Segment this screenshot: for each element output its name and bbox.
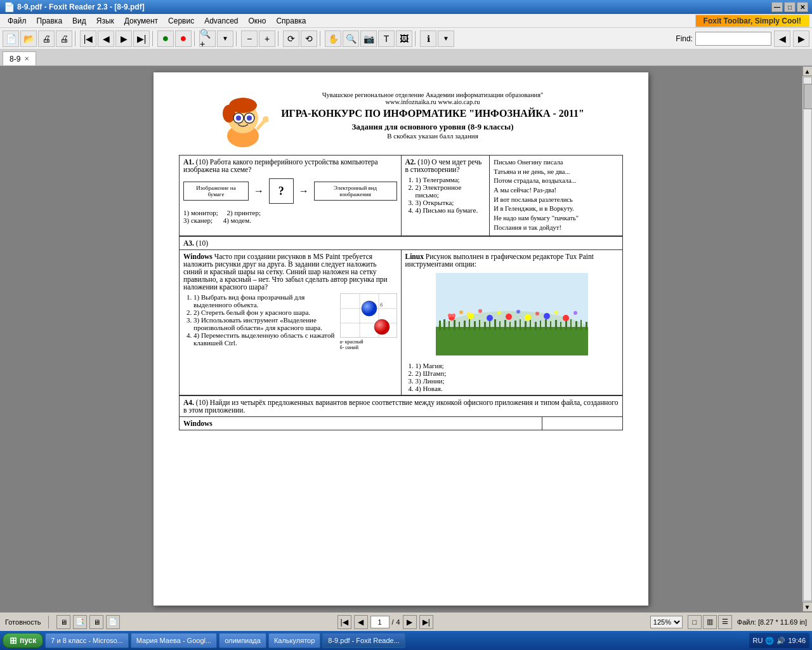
- svg-rect-37: [520, 319, 521, 330]
- menu-service[interactable]: Сервис: [163, 15, 199, 27]
- play-button[interactable]: ▶: [115, 30, 132, 47]
- tab-89pdf[interactable]: 8-9 ✕: [3, 51, 36, 65]
- find-prev-button[interactable]: ◀: [774, 30, 790, 47]
- maximize-button[interactable]: □: [784, 2, 796, 12]
- a1-label: А1. (10) Работа какого периферийного уст…: [183, 158, 397, 173]
- status-bar: Готовность 🖥 📑 🖥 📄 |◀ ◀ / 4 ▶ ▶| 125% 10…: [0, 612, 812, 631]
- menu-document[interactable]: Документ: [119, 15, 163, 27]
- title-bar: 📄 8-9.pdf - Foxit Reader 2.3 - [8-9.pdf]…: [0, 0, 812, 14]
- menu-help[interactable]: Справка: [271, 15, 311, 27]
- scroll-down-button[interactable]: ▼: [802, 602, 813, 612]
- pan-button[interactable]: ✋: [325, 30, 341, 47]
- a3-linux-answers: 1) Магия; 2) Штамп; 3) Линии; 4) Новая.: [405, 362, 619, 392]
- menu-language[interactable]: Язык: [91, 15, 119, 27]
- app-icon: 📄: [4, 2, 15, 12]
- taskbar-item-3[interactable]: Калькулятор: [268, 633, 320, 648]
- menu-file[interactable]: Файл: [3, 15, 32, 27]
- menu-view[interactable]: Вид: [67, 15, 91, 27]
- list-item: 3) Открытка;: [416, 199, 486, 206]
- foxit-brand: Foxit Toolbar, Simply Cool!: [695, 15, 809, 27]
- open-button[interactable]: 📂: [20, 30, 37, 47]
- page-nav: |◀ ◀ / 4 ▶ ▶|: [337, 615, 433, 629]
- zoom-out-button[interactable]: −: [241, 30, 258, 47]
- svg-point-63: [497, 311, 501, 315]
- menu-advanced[interactable]: Advanced: [199, 15, 243, 27]
- info2-button[interactable]: ▼: [438, 30, 454, 47]
- list-item: 4) Письмо на бумаге.: [416, 206, 486, 214]
- scroll-track[interactable]: [803, 77, 812, 601]
- zoom-dd-button[interactable]: ▼: [217, 30, 233, 47]
- diag-arrow-2: →: [299, 185, 309, 197]
- taskbar-item-4[interactable]: 8-9.pdf - Foxit Reade...: [322, 633, 405, 648]
- info-button[interactable]: ℹ: [420, 30, 436, 47]
- continuous-button[interactable]: ☰: [718, 615, 732, 629]
- diag-box-2: ?: [269, 178, 294, 204]
- list-item: 1) Магия;: [416, 362, 619, 369]
- zoom-region-button[interactable]: 🔍: [343, 30, 359, 47]
- last-page-nav-button[interactable]: ▶|: [419, 615, 433, 629]
- start-button[interactable]: ⊞ пуск: [3, 633, 43, 648]
- status-ready: Готовность: [5, 618, 41, 626]
- rotate-button[interactable]: ⟳: [283, 30, 299, 47]
- svg-rect-26: [464, 321, 466, 330]
- image-button[interactable]: 🖼: [396, 30, 412, 47]
- fit2-button[interactable]: ●: [175, 30, 192, 47]
- row-a1-a2: А1. (10) Работа какого периферийного уст…: [180, 156, 623, 236]
- new-button[interactable]: 📄: [3, 30, 19, 47]
- menu-window[interactable]: Окно: [244, 15, 272, 27]
- tab-bar: 8-9 ✕: [0, 50, 812, 66]
- find-label: Find:: [676, 34, 693, 43]
- poem-text: Письмо Онегину писала Татьяна и не день,…: [494, 158, 619, 233]
- rotate2-button[interactable]: ⟲: [301, 30, 317, 47]
- find-next-button[interactable]: ▶: [793, 30, 809, 47]
- next-page-nav-button[interactable]: ▶: [403, 615, 417, 629]
- svg-rect-21: [439, 321, 441, 330]
- prev-page-nav-button[interactable]: ◀: [354, 615, 368, 629]
- nav-icon-2[interactable]: 📑: [73, 615, 87, 629]
- title-bar-text: 8-9.pdf - Foxit Reader 2.3 - [8-9.pdf]: [17, 3, 145, 11]
- find-input[interactable]: [695, 32, 771, 46]
- prev-page-button[interactable]: ◀: [98, 30, 114, 47]
- a3-linux-text: Linux Рисунок выполнен в графическом ред…: [405, 253, 619, 268]
- nav-icon-4[interactable]: 📄: [106, 615, 120, 629]
- svg-rect-47: [570, 319, 572, 330]
- zoom-in2-button[interactable]: +: [259, 30, 275, 47]
- print-button[interactable]: 🖨: [38, 30, 55, 47]
- cell-a3-linux: Linux Рисунок выполнен в графическом ред…: [401, 249, 623, 395]
- svg-rect-46: [565, 321, 567, 330]
- toolbar-sep-4: [236, 31, 239, 46]
- svg-rect-36: [514, 321, 516, 330]
- taskbar-item-1[interactable]: Мария Маева - Googl...: [131, 633, 217, 648]
- svg-rect-29: [479, 320, 480, 330]
- snapshot-button[interactable]: 📷: [360, 30, 377, 47]
- svg-point-15: [362, 301, 377, 316]
- two-page-button[interactable]: ▥: [703, 615, 717, 629]
- close-button[interactable]: ✕: [797, 2, 808, 12]
- scroll-thumb[interactable]: [804, 84, 813, 109]
- scroll-up-button[interactable]: ▲: [802, 66, 813, 76]
- taskbar-item-2[interactable]: олимпиада: [219, 633, 266, 648]
- svg-rect-42: [545, 319, 547, 330]
- mascot-image: [218, 91, 268, 149]
- diag-box-1: Изображение на бумаге: [183, 182, 249, 201]
- page-number-input[interactable]: [370, 616, 390, 628]
- network-icon: 🌐: [765, 637, 774, 645]
- tab-close-button[interactable]: ✕: [24, 55, 29, 62]
- nav-icon-1[interactable]: 🖥: [56, 615, 70, 629]
- cell-a2: А2. (10) О чем идет речь в стихотворении…: [401, 156, 490, 236]
- single-page-button[interactable]: □: [688, 615, 702, 629]
- zoom-in-button[interactable]: 🔍+: [199, 30, 216, 47]
- legend-b: б- синий: [340, 345, 397, 350]
- first-page-nav-button[interactable]: |◀: [337, 615, 351, 629]
- nav-icon-3[interactable]: 🖥: [89, 615, 103, 629]
- minimize-button[interactable]: —: [771, 2, 783, 12]
- first-page-button[interactable]: |◀: [80, 30, 96, 47]
- zoom-select[interactable]: 125% 100% 75% 50%: [650, 616, 683, 628]
- fit-button[interactable]: ●: [157, 30, 174, 47]
- svg-rect-41: [540, 321, 541, 330]
- taskbar-item-0[interactable]: 7 и 8 класс - Microsо...: [45, 633, 128, 648]
- text-button[interactable]: T: [378, 30, 395, 47]
- last-page-button[interactable]: ▶|: [133, 30, 150, 47]
- menu-edit[interactable]: Правка: [32, 15, 68, 27]
- print2-button[interactable]: 🖨: [56, 30, 72, 47]
